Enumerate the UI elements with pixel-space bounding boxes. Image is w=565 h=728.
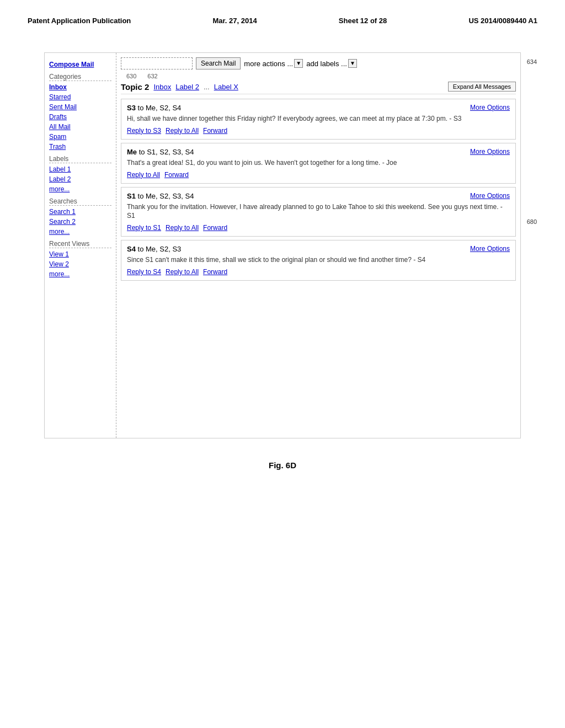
action-link-2-0[interactable]: Reply to S1 (127, 224, 161, 232)
more1-link[interactable]: more... (49, 185, 111, 193)
figure-caption: Fig. 6D (11, 461, 554, 470)
label2-link[interactable]: Label 2 (49, 175, 111, 183)
message-header-1: Me to S1, S2, S3, S4More Options (127, 148, 510, 156)
more-options-3[interactable]: More Options (470, 245, 510, 253)
toolbar: Search Mail more actions ... ▼ add label… (121, 57, 516, 69)
categories-label: Categories (49, 73, 111, 81)
message-actions-1: Reply to AllForward (127, 171, 510, 179)
main-area: Search Mail more actions ... ▼ add label… (116, 53, 520, 438)
compose-mail-link[interactable]: Compose Mail (49, 61, 111, 68)
all-mail-link[interactable]: All Mail (49, 123, 111, 131)
more-actions-arrow-icon[interactable]: ▼ (294, 59, 303, 68)
more2-link[interactable]: more... (49, 228, 111, 235)
more3-link[interactable]: more... (49, 270, 111, 278)
action-link-3-1[interactable]: Reply to All (166, 268, 199, 276)
topic-dots: ... (204, 83, 210, 91)
message-card-1: Me to S1, S2, S3, S4More OptionsThat's a… (121, 143, 516, 184)
annotation-680: 680 (527, 218, 537, 225)
message-header-2: S1 to Me, S2, S3, S4More Options (127, 192, 510, 200)
action-link-0-1[interactable]: Reply to All (166, 127, 199, 135)
message-sender-0: S3 to Me, S2, S4 (127, 104, 181, 112)
patent-date: Mar. 27, 2014 (212, 17, 257, 25)
patent-left: Patent Application Publication (28, 17, 131, 25)
message-card-0: S3 to Me, S2, S4More OptionsHi, shall we… (121, 99, 516, 140)
trash-link[interactable]: Trash (49, 143, 111, 151)
message-sender-2: S1 to Me, S2, S3, S4 (127, 192, 194, 200)
labels-label: Labels (49, 155, 111, 163)
topic-label2-link[interactable]: Label 2 (175, 83, 199, 91)
message-body-0: Hi, shall we have dinner together this F… (127, 114, 510, 124)
action-link-0-0[interactable]: Reply to S3 (127, 127, 161, 135)
topic-bar: Topic 2 Inbox Label 2 ... Label X Expand… (121, 82, 516, 94)
add-labels-dropdown: add labels ... ▼ (306, 59, 357, 68)
drafts-link[interactable]: Drafts (49, 113, 111, 121)
view2-link[interactable]: View 2 (49, 260, 111, 268)
action-link-3-2[interactable]: Forward (203, 268, 227, 276)
message-sender-3: S4 to Me, S2, S3 (127, 245, 181, 253)
sidebar: Compose Mail Categories Inbox Starred Se… (45, 53, 116, 438)
search1-link[interactable]: Search 1 (49, 208, 111, 216)
ui-container: Compose Mail Categories Inbox Starred Se… (44, 52, 521, 438)
more-options-1[interactable]: More Options (470, 148, 510, 156)
action-link-2-2[interactable]: Forward (203, 224, 227, 232)
recent-views-label: Recent Views (49, 240, 111, 248)
message-actions-3: Reply to S4Reply to AllForward (127, 268, 510, 276)
annotation-630: 630 (126, 73, 136, 79)
action-link-0-2[interactable]: Forward (203, 127, 227, 135)
patent-number: US 2014/0089440 A1 (468, 17, 537, 25)
annotation-634: 634 (527, 58, 537, 65)
view1-link[interactable]: View 1 (49, 250, 111, 258)
more-actions-label: more actions ... (244, 60, 293, 68)
add-labels-label: add labels ... (306, 60, 347, 68)
searches-label: Searches (49, 197, 111, 206)
message-actions-0: Reply to S3Reply to AllForward (127, 127, 510, 135)
search2-link[interactable]: Search 2 (49, 218, 111, 226)
messages-container: S3 to Me, S2, S4More OptionsHi, shall we… (121, 99, 516, 281)
sent-mail-link[interactable]: Sent Mail (49, 103, 111, 111)
topic-labelx-link[interactable]: Label X (214, 83, 238, 91)
more-actions-dropdown: more actions ... ▼ (244, 59, 303, 68)
message-body-2: Thank you for the invitation. However, I… (127, 202, 510, 221)
spam-link[interactable]: Spam (49, 133, 111, 141)
more-options-0[interactable]: More Options (470, 104, 510, 111)
topic-inbox-link[interactable]: Inbox (153, 83, 171, 91)
starred-link[interactable]: Starred (49, 93, 111, 101)
search-mail-button[interactable]: Search Mail (196, 57, 241, 69)
message-body-3: Since S1 can't make it this time, shall … (127, 255, 510, 265)
search-input[interactable] (121, 57, 193, 69)
topic-title: Topic 2 (121, 82, 149, 92)
action-link-3-0[interactable]: Reply to S4 (127, 268, 161, 276)
message-header-3: S4 to Me, S2, S3More Options (127, 245, 510, 253)
more-options-2[interactable]: More Options (470, 192, 510, 200)
action-link-1-0[interactable]: Reply to All (127, 171, 160, 179)
annotation-632: 632 (147, 73, 157, 79)
label1-link[interactable]: Label 1 (49, 165, 111, 173)
action-link-1-1[interactable]: Forward (164, 171, 189, 179)
message-actions-2: Reply to S1Reply to AllForward (127, 224, 510, 232)
patent-header: Patent Application Publication Mar. 27, … (11, 11, 554, 30)
message-header-0: S3 to Me, S2, S4More Options (127, 104, 510, 112)
action-link-2-1[interactable]: Reply to All (166, 224, 199, 232)
message-card-2: S1 to Me, S2, S3, S4More OptionsThank yo… (121, 187, 516, 237)
inbox-link[interactable]: Inbox (49, 83, 111, 91)
message-sender-1: Me to S1, S2, S3, S4 (127, 148, 194, 156)
message-card-3: S4 to Me, S2, S3More OptionsSince S1 can… (121, 240, 516, 281)
expand-all-messages-button[interactable]: Expand All Messages (448, 82, 516, 92)
annotation-numbers: 630 632 (121, 73, 516, 79)
add-labels-arrow-icon[interactable]: ▼ (348, 59, 357, 68)
message-body-1: That's a great idea! S1, do you want to … (127, 158, 510, 168)
patent-sheet: Sheet 12 of 28 (339, 17, 387, 25)
